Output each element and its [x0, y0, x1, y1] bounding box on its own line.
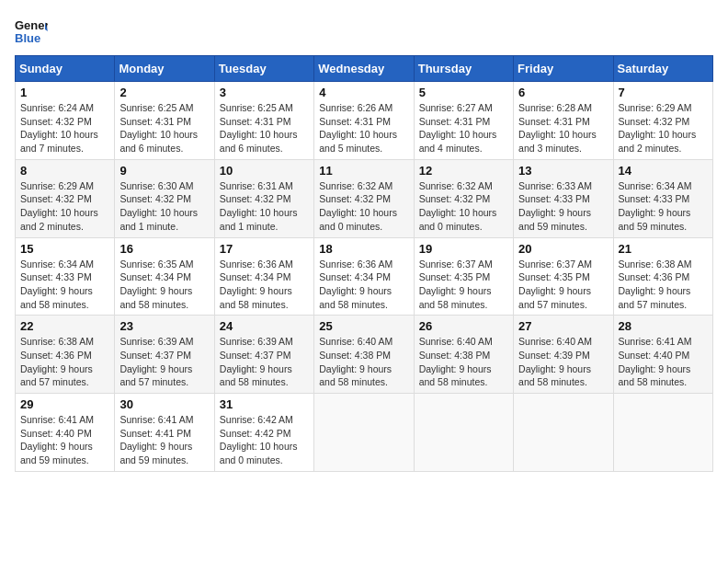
day-number: 3	[220, 86, 309, 99]
day-info: Sunrise: 6:40 AM Sunset: 4:38 PM Dayligh…	[319, 335, 408, 389]
day-info: Sunrise: 6:27 AM Sunset: 4:31 PM Dayligh…	[419, 101, 508, 155]
calendar-cell: 27 Sunrise: 6:40 AM Sunset: 4:39 PM Dayl…	[514, 316, 613, 394]
calendar-cell: 13 Sunrise: 6:33 AM Sunset: 4:33 PM Dayl…	[514, 159, 613, 237]
calendar-cell	[314, 394, 414, 472]
calendar-cell: 7 Sunrise: 6:29 AM Sunset: 4:32 PM Dayli…	[613, 82, 712, 160]
calendar-cell: 25 Sunrise: 6:40 AM Sunset: 4:38 PM Dayl…	[314, 316, 414, 394]
calendar-cell: 6 Sunrise: 6:28 AM Sunset: 4:31 PM Dayli…	[514, 82, 613, 160]
day-number: 21	[619, 242, 708, 256]
day-number: 2	[119, 86, 209, 99]
svg-text:General: General	[15, 18, 48, 32]
day-of-week-header: Thursday	[414, 56, 513, 82]
day-of-week-header: Monday	[115, 56, 214, 82]
day-number: 10	[220, 164, 309, 178]
calendar-cell: 22 Sunrise: 6:38 AM Sunset: 4:36 PM Dayl…	[16, 316, 115, 394]
calendar-cell: 29 Sunrise: 6:41 AM Sunset: 4:40 PM Dayl…	[16, 394, 115, 472]
day-info: Sunrise: 6:41 AM Sunset: 4:40 PM Dayligh…	[20, 413, 109, 467]
day-info: Sunrise: 6:34 AM Sunset: 4:33 PM Dayligh…	[20, 258, 109, 312]
day-info: Sunrise: 6:26 AM Sunset: 4:31 PM Dayligh…	[319, 101, 408, 155]
calendar-cell: 14 Sunrise: 6:34 AM Sunset: 4:33 PM Dayl…	[613, 159, 712, 237]
day-info: Sunrise: 6:37 AM Sunset: 4:35 PM Dayligh…	[419, 258, 508, 312]
day-number: 20	[518, 242, 608, 256]
day-number: 30	[119, 397, 209, 411]
calendar-table: SundayMondayTuesdayWednesdayThursdayFrid…	[15, 55, 713, 472]
logo: General Blue	[15, 15, 48, 48]
calendar-cell: 24 Sunrise: 6:39 AM Sunset: 4:37 PM Dayl…	[214, 316, 313, 394]
calendar-cell: 5 Sunrise: 6:27 AM Sunset: 4:31 PM Dayli…	[414, 82, 513, 160]
calendar-cell: 12 Sunrise: 6:32 AM Sunset: 4:32 PM Dayl…	[414, 159, 513, 237]
day-number: 29	[20, 397, 109, 411]
day-info: Sunrise: 6:41 AM Sunset: 4:40 PM Dayligh…	[619, 335, 708, 389]
day-number: 5	[419, 86, 508, 99]
day-info: Sunrise: 6:24 AM Sunset: 4:32 PM Dayligh…	[20, 101, 109, 155]
calendar-cell: 3 Sunrise: 6:25 AM Sunset: 4:31 PM Dayli…	[214, 82, 313, 160]
calendar-cell: 8 Sunrise: 6:29 AM Sunset: 4:32 PM Dayli…	[16, 159, 115, 237]
day-info: Sunrise: 6:39 AM Sunset: 4:37 PM Dayligh…	[119, 335, 209, 389]
day-number: 8	[20, 164, 109, 178]
day-info: Sunrise: 6:37 AM Sunset: 4:35 PM Dayligh…	[518, 258, 608, 312]
day-of-week-header: Sunday	[16, 56, 115, 82]
day-number: 18	[319, 242, 408, 256]
calendar-cell: 30 Sunrise: 6:41 AM Sunset: 4:41 PM Dayl…	[115, 394, 214, 472]
day-number: 22	[20, 319, 109, 333]
day-number: 7	[619, 86, 708, 99]
day-info: Sunrise: 6:34 AM Sunset: 4:33 PM Dayligh…	[619, 179, 708, 234]
day-of-week-header: Wednesday	[314, 56, 414, 82]
calendar-cell: 26 Sunrise: 6:40 AM Sunset: 4:38 PM Dayl…	[414, 316, 513, 394]
svg-text:Blue: Blue	[15, 31, 40, 45]
day-number: 27	[518, 319, 608, 333]
calendar-cell	[414, 394, 513, 472]
calendar-cell: 23 Sunrise: 6:39 AM Sunset: 4:37 PM Dayl…	[115, 316, 214, 394]
calendar-week-row: 8 Sunrise: 6:29 AM Sunset: 4:32 PM Dayli…	[16, 159, 713, 237]
calendar-cell: 2 Sunrise: 6:25 AM Sunset: 4:31 PM Dayli…	[115, 82, 214, 160]
day-info: Sunrise: 6:29 AM Sunset: 4:32 PM Dayligh…	[619, 101, 708, 155]
day-info: Sunrise: 6:35 AM Sunset: 4:34 PM Dayligh…	[119, 258, 209, 312]
day-info: Sunrise: 6:39 AM Sunset: 4:37 PM Dayligh…	[220, 335, 309, 389]
day-number: 28	[619, 319, 708, 333]
logo-svg: General Blue	[15, 15, 48, 48]
day-info: Sunrise: 6:42 AM Sunset: 4:42 PM Dayligh…	[220, 413, 309, 467]
day-info: Sunrise: 6:36 AM Sunset: 4:34 PM Dayligh…	[319, 258, 408, 312]
calendar-cell: 1 Sunrise: 6:24 AM Sunset: 4:32 PM Dayli…	[16, 82, 115, 160]
calendar-cell: 15 Sunrise: 6:34 AM Sunset: 4:33 PM Dayl…	[16, 237, 115, 316]
day-info: Sunrise: 6:32 AM Sunset: 4:32 PM Dayligh…	[419, 179, 508, 234]
day-number: 13	[518, 164, 608, 178]
day-info: Sunrise: 6:31 AM Sunset: 4:32 PM Dayligh…	[220, 179, 309, 234]
day-number: 12	[419, 164, 508, 178]
day-number: 11	[319, 164, 408, 178]
day-number: 14	[619, 164, 708, 178]
day-number: 15	[20, 242, 109, 256]
day-number: 19	[419, 242, 508, 256]
day-info: Sunrise: 6:40 AM Sunset: 4:39 PM Dayligh…	[518, 335, 608, 389]
calendar-cell: 11 Sunrise: 6:32 AM Sunset: 4:32 PM Dayl…	[314, 159, 414, 237]
day-number: 9	[119, 164, 209, 178]
calendar-week-row: 15 Sunrise: 6:34 AM Sunset: 4:33 PM Dayl…	[16, 237, 713, 316]
calendar-cell: 16 Sunrise: 6:35 AM Sunset: 4:34 PM Dayl…	[115, 237, 214, 316]
day-info: Sunrise: 6:41 AM Sunset: 4:41 PM Dayligh…	[119, 413, 209, 467]
day-info: Sunrise: 6:32 AM Sunset: 4:32 PM Dayligh…	[319, 179, 408, 234]
calendar-week-row: 29 Sunrise: 6:41 AM Sunset: 4:40 PM Dayl…	[16, 394, 713, 472]
calendar-cell: 18 Sunrise: 6:36 AM Sunset: 4:34 PM Dayl…	[314, 237, 414, 316]
day-info: Sunrise: 6:38 AM Sunset: 4:36 PM Dayligh…	[619, 258, 708, 312]
calendar-cell: 10 Sunrise: 6:31 AM Sunset: 4:32 PM Dayl…	[214, 159, 313, 237]
day-info: Sunrise: 6:25 AM Sunset: 4:31 PM Dayligh…	[220, 101, 309, 155]
day-info: Sunrise: 6:33 AM Sunset: 4:33 PM Dayligh…	[518, 179, 608, 234]
day-number: 6	[518, 86, 608, 99]
day-number: 25	[319, 319, 408, 333]
day-info: Sunrise: 6:30 AM Sunset: 4:32 PM Dayligh…	[119, 179, 209, 234]
day-info: Sunrise: 6:25 AM Sunset: 4:31 PM Dayligh…	[119, 101, 209, 155]
calendar-header-row: SundayMondayTuesdayWednesdayThursdayFrid…	[16, 56, 713, 82]
calendar-cell: 9 Sunrise: 6:30 AM Sunset: 4:32 PM Dayli…	[115, 159, 214, 237]
calendar-cell: 19 Sunrise: 6:37 AM Sunset: 4:35 PM Dayl…	[414, 237, 513, 316]
day-of-week-header: Saturday	[613, 56, 712, 82]
day-info: Sunrise: 6:38 AM Sunset: 4:36 PM Dayligh…	[20, 335, 109, 389]
day-number: 23	[119, 319, 209, 333]
day-info: Sunrise: 6:29 AM Sunset: 4:32 PM Dayligh…	[20, 179, 109, 234]
calendar-week-row: 22 Sunrise: 6:38 AM Sunset: 4:36 PM Dayl…	[16, 316, 713, 394]
page-header: General Blue	[15, 15, 713, 48]
day-number: 24	[220, 319, 309, 333]
calendar-cell: 20 Sunrise: 6:37 AM Sunset: 4:35 PM Dayl…	[514, 237, 613, 316]
calendar-cell: 4 Sunrise: 6:26 AM Sunset: 4:31 PM Dayli…	[314, 82, 414, 160]
day-info: Sunrise: 6:40 AM Sunset: 4:38 PM Dayligh…	[419, 335, 508, 389]
calendar-week-row: 1 Sunrise: 6:24 AM Sunset: 4:32 PM Dayli…	[16, 82, 713, 160]
